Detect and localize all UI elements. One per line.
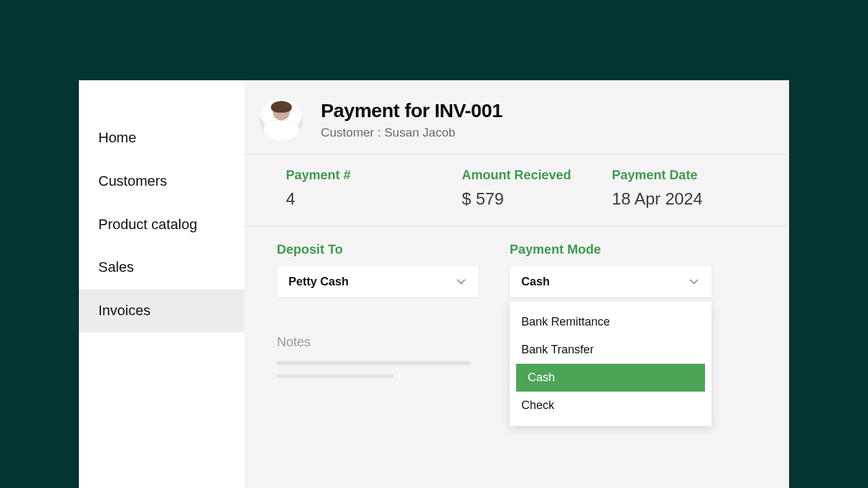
payment-mode-value: Cash	[521, 275, 550, 289]
chevron-down-icon	[455, 276, 467, 287]
payment-number-value: 4	[286, 189, 462, 209]
payment-mode-label: Payment Mode	[510, 242, 711, 257]
sidebar: Home Customers Product catalog Sales Inv…	[79, 80, 244, 488]
sidebar-item-customers[interactable]: Customers	[79, 160, 244, 203]
dropdown-item-cash[interactable]: Cash	[516, 364, 705, 392]
payment-mode-select[interactable]: Cash	[510, 266, 711, 297]
app-window: Home Customers Product catalog Sales Inv…	[79, 80, 789, 488]
payment-date-block: Payment Date 18 Apr 2024	[612, 168, 741, 209]
dropdown-item-check[interactable]: Check	[510, 392, 711, 419]
notes-placeholder-line	[277, 374, 393, 378]
customer-avatar	[260, 98, 303, 141]
amount-received-value: $ 579	[462, 189, 612, 209]
main-content: Payment for INV-001 Customer : Susan Jac…	[244, 80, 789, 488]
deposit-to-block: Deposit To Petty Cash	[277, 242, 479, 297]
dropdown-item-bank-remittance[interactable]: Bank Remittance	[510, 308, 711, 336]
deposit-to-select[interactable]: Petty Cash	[277, 266, 479, 297]
page-title: Payment for INV-001	[321, 100, 503, 122]
payment-mode-block: Payment Mode Cash Bank Remittance Bank T…	[510, 242, 711, 297]
dropdown-item-bank-transfer[interactable]: Bank Transfer	[510, 336, 711, 364]
sidebar-item-home[interactable]: Home	[79, 116, 244, 160]
payment-number-block: Payment # 4	[286, 168, 462, 209]
payment-date-label: Payment Date	[612, 168, 741, 183]
payment-info-row: Payment # 4 Amount Recieved $ 579 Paymen…	[244, 155, 789, 227]
payment-date-value: 18 Apr 2024	[612, 189, 741, 209]
sidebar-item-invoices[interactable]: Invoices	[79, 289, 244, 333]
customer-name-label: Customer : Susan Jacob	[321, 126, 503, 140]
deposit-to-label: Deposit To	[277, 242, 479, 257]
deposit-to-value: Petty Cash	[288, 275, 349, 289]
sidebar-item-sales[interactable]: Sales	[79, 246, 244, 289]
notes-placeholder-line	[277, 361, 471, 365]
payment-mode-dropdown: Bank Remittance Bank Transfer Cash Check	[510, 302, 711, 426]
sidebar-item-product-catalog[interactable]: Product catalog	[79, 203, 244, 247]
chevron-down-icon	[688, 276, 700, 287]
page-header: Payment for INV-001 Customer : Susan Jac…	[244, 80, 789, 155]
payment-number-label: Payment #	[286, 168, 462, 183]
form-row: Deposit To Petty Cash Payment Mode Cash	[244, 227, 789, 297]
amount-received-label: Amount Recieved	[462, 168, 612, 183]
amount-received-block: Amount Recieved $ 579	[462, 168, 612, 209]
